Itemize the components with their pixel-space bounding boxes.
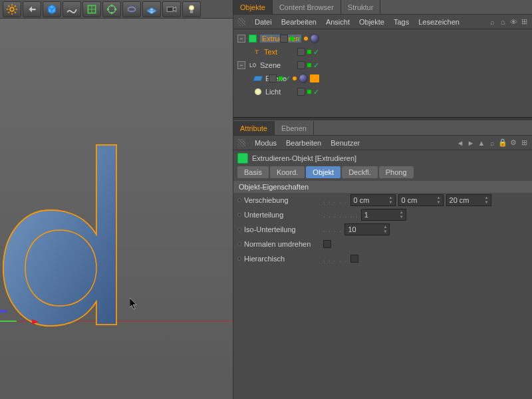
flip-normals-checkbox[interactable] [323,240,331,248]
tree-row-plane[interactable]: Ebene ✓ [233,72,532,85]
deformer-icon[interactable] [122,1,141,17]
menu-tags[interactable]: Tags [394,18,409,26]
spline-icon[interactable] [63,1,81,17]
undo-icon[interactable] [23,1,41,17]
collapse-icon[interactable]: − [237,61,245,69]
attributes-menu-bar: Modus Bearbeiten Benutzer ◄ ► ▲ ⌕ 🔒 ⚙ ⊞ [233,136,532,150]
layer-toggle-icon[interactable] [280,35,288,43]
bullet-icon [237,213,241,217]
grip-icon [237,139,245,147]
layer-toggle-icon[interactable] [297,88,305,96]
subtab-coord[interactable]: Koord. [270,166,305,178]
subdivision-input[interactable]: 1▲▼ [361,209,406,221]
spinner-icon[interactable]: ▲▼ [436,196,442,205]
tab-attributes[interactable]: Attribute [233,121,275,135]
tab-content-browser[interactable]: Content Browser [273,0,341,14]
attr-tab-bar: Attribute Ebenen [233,121,532,136]
spinner-icon[interactable]: ▲▼ [388,196,394,205]
layer-toggle-icon[interactable] [269,74,277,82]
material-tag-icon[interactable] [310,34,319,43]
enable-toggle-icon[interactable] [307,63,311,67]
menu-file[interactable]: Datei [255,18,272,26]
gear-icon[interactable]: ⚙ [509,139,517,147]
lock-icon[interactable]: 🔒 [499,139,507,147]
prop-hierarchical: Hierarchisch . . . . . [233,251,532,266]
movement-z-input[interactable]: 20 cm▲▼ [446,194,491,206]
expand-icon[interactable]: ⊞ [520,18,528,26]
tab-layers[interactable]: Ebenen [275,121,314,135]
layer-toggle-icon[interactable] [297,48,305,56]
enable-toggle-icon[interactable] [290,37,294,41]
movement-x-input[interactable]: 0 cm▲▼ [350,194,396,206]
tab-objects[interactable]: Objekte [233,0,273,14]
search-icon[interactable]: ⌕ [488,18,496,26]
movement-y-input[interactable]: 0 cm▲▼ [398,194,444,206]
floor-icon[interactable] [142,1,161,17]
menu-mode[interactable]: Modus [255,139,277,147]
visibility-dot-icon[interactable] [304,37,308,41]
tree-row-scene[interactable]: − L0 Szene ✓ [233,59,532,72]
menu-view[interactable]: Ansicht [326,18,350,26]
svg-point-3 [110,4,112,6]
tree-row-extrude[interactable]: − Extrudieren ✓ [233,32,532,45]
spinner-icon[interactable]: ▲▼ [382,225,388,234]
eye-icon[interactable]: 👁 [509,18,517,26]
cube-icon[interactable] [43,1,61,17]
back-icon[interactable]: ◄ [456,139,464,147]
subtab-basis[interactable]: Basis [237,166,269,178]
extrude-icon [237,153,248,164]
enable-toggle-icon[interactable] [279,76,283,80]
enable-toggle-icon[interactable] [307,90,311,94]
prop-subdivision: Unterteilung . . . . . . . 1▲▼ [233,207,532,222]
menu-objects[interactable]: Objekte [359,18,384,26]
tab-structure[interactable]: Struktur [341,0,381,14]
visibility-dot-icon[interactable] [293,76,297,80]
prop-flip-normals: Normalen umdrehen [233,237,532,251]
prop-label: Iso-Unterteilung [244,225,321,233]
spinner-icon[interactable]: ▲▼ [483,196,490,205]
svg-point-0 [10,7,14,11]
expand-icon[interactable]: ⊞ [520,139,528,147]
fwd-icon[interactable]: ► [467,139,475,147]
tree-label[interactable]: Text [264,48,277,56]
3d-viewport[interactable] [0,19,233,399]
compositing-tag-icon[interactable] [310,74,319,82]
menu-attr-edit[interactable]: Bearbeiten [286,139,321,147]
null-icon: L0 [248,61,257,70]
subtab-phong[interactable]: Phong [379,166,414,178]
menu-edit[interactable]: Bearbeiten [281,18,317,26]
prop-label: Verschiebung [244,196,321,204]
tree-label[interactable]: Licht [265,88,281,96]
iso-subdivision-input[interactable]: 10▲▼ [344,223,390,235]
new-icon[interactable]: ⌕ [488,139,496,147]
grip-icon [237,18,245,26]
object-title: Extrudieren-Objekt [Extrudieren] [233,150,532,166]
svg-rect-8 [167,7,173,11]
tree-row-light[interactable]: Licht ✓ [233,85,532,98]
prop-label: Normalen umdrehen [244,240,321,248]
collapse-icon[interactable]: − [237,35,245,43]
home-icon[interactable]: ⌂ [499,18,507,26]
tree-row-text[interactable]: T Text ✓ [233,45,532,59]
subtab-object[interactable]: Objekt [306,166,340,178]
material-tag-icon[interactable] [299,74,308,83]
menu-bookmarks[interactable]: Lesezeichen [418,18,460,26]
menu-user[interactable]: Benutzer [331,139,360,147]
lightbulb-icon [253,87,263,96]
subtab-caps[interactable]: Deckfl. [342,166,378,178]
camera-icon[interactable] [162,1,181,17]
svg-point-5 [114,8,116,10]
gear-tool-icon[interactable] [3,1,21,17]
tree-label[interactable]: Szene [260,61,281,69]
enable-toggle-icon[interactable] [307,50,311,54]
section-header: Objekt-Eigenschaften [233,181,532,193]
up-icon[interactable]: ▲ [477,139,485,147]
array-icon[interactable] [102,1,121,17]
light-icon[interactable] [182,1,201,17]
object-tree: − Extrudieren ✓ T Text ✓ [233,29,532,117]
nurbs-icon[interactable] [82,1,101,17]
spinner-icon[interactable]: ▲▼ [398,210,405,219]
layer-toggle-icon[interactable] [297,61,305,69]
hierarchical-checkbox[interactable] [350,255,358,263]
bullet-icon [237,242,241,246]
